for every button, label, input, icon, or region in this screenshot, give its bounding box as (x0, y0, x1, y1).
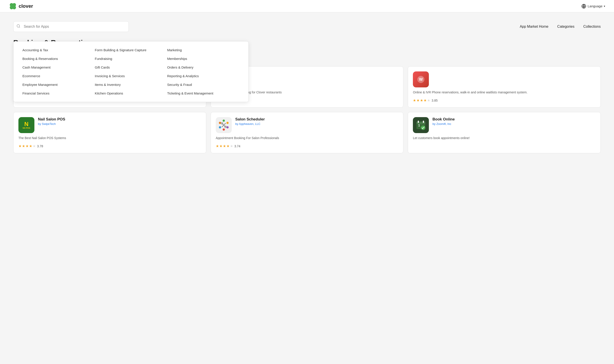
dropdown-item-cash[interactable]: Cash Management (22, 65, 95, 69)
svg-point-24 (219, 126, 221, 129)
search-icon (16, 24, 20, 29)
svg-point-9 (17, 25, 20, 27)
dropdown-item-security[interactable]: Security & Fraud (167, 83, 240, 87)
rating-num-salon-scheduler: 3.74 (234, 144, 240, 148)
dropdown-item-memberships[interactable]: Memberships (167, 57, 240, 61)
dropdown-item-ticketing[interactable]: Ticketing & Event Management (167, 91, 240, 95)
app-info-book-online: Book Online by Zoomifi, Inc (432, 117, 596, 126)
dropdown-item-items-inventory[interactable]: Items & Inventory (95, 83, 167, 87)
star-3: ★ (420, 98, 423, 103)
star-5: ★ (33, 144, 36, 148)
star-2: ★ (219, 144, 222, 148)
dropdown-item-reporting[interactable]: Reporting & Analytics (167, 74, 240, 78)
star-2: ★ (22, 144, 25, 148)
dropdown-item-form-building[interactable]: Form Building & Signature Capture (95, 48, 167, 52)
ns-pos-text: NS POS (23, 127, 30, 129)
svg-text:1: 1 (418, 124, 420, 127)
svg-point-22 (227, 126, 229, 129)
rating-num-nail-salon: 3.78 (37, 144, 43, 148)
dropdown-item-ecommerce[interactable]: Ecommerce (22, 74, 95, 78)
app-card-nail-salon[interactable]: N NS POS Nail Salon POS by SwipeTech The… (13, 112, 206, 153)
header: clover Language ▾ (0, 0, 614, 13)
ns-letter: N (25, 121, 29, 127)
app-desc-salon-scheduler: Appointment Booking For Salon Profession… (216, 136, 399, 140)
star-1: ★ (413, 98, 416, 103)
dropdown-item-booking[interactable]: Booking & Reservations (22, 57, 95, 61)
salon-scheduler-logo-svg (217, 118, 230, 132)
star-4: ★ (29, 144, 32, 148)
dropdown-col-1: Accounting & Tax Booking & Reservations … (22, 48, 95, 95)
main-content: App Market Home Categories Collections A… (0, 13, 614, 162)
rating-num-waitlist: 3.85 (431, 99, 438, 102)
dropdown-item-financial[interactable]: Financial Services (22, 91, 95, 95)
star-4: ★ (227, 144, 229, 148)
svg-point-21 (227, 122, 229, 124)
search-input[interactable] (13, 21, 129, 32)
clover-logo[interactable]: clover (9, 2, 33, 10)
app-logo-nail-salon: N NS POS (18, 117, 34, 133)
app-desc-book-online: Let customers book appointments online! (413, 136, 596, 140)
star-3: ★ (26, 144, 29, 148)
svg-point-23 (223, 129, 225, 131)
search-nav-row: App Market Home Categories Collections (13, 21, 601, 32)
app-name-book-online: Book Online (432, 117, 596, 122)
app-rating-waitlist: ★ ★ ★ ★ ★ 3.85 (413, 98, 596, 103)
app-card-waitlist[interactable]: W Online & IVR Phone reservations, walk-… (408, 66, 601, 108)
app-author-nail-salon: by SwipeTech (38, 122, 201, 126)
star-5: ★ (427, 98, 430, 103)
app-logo-salon-scheduler (216, 117, 232, 133)
svg-point-25 (219, 122, 221, 124)
clover-icon (9, 2, 17, 10)
chevron-down-icon: ▾ (604, 5, 605, 8)
svg-point-4 (12, 5, 14, 7)
dropdown-item-invoicing[interactable]: Invoicing & Services (95, 74, 167, 78)
stars-salon-scheduler: ★ ★ ★ ★ ★ (216, 144, 233, 148)
star-4: ★ (424, 98, 427, 103)
nav-app-market-home[interactable]: App Market Home (520, 25, 548, 29)
book-online-logo-svg: 1 (414, 118, 427, 132)
dropdown-item-fundraising[interactable]: Fundraising (95, 57, 167, 61)
app-card-salon-scheduler[interactable]: Salon Scheduler by Appheaven, LLC Appoin… (211, 112, 403, 153)
app-author-salon-scheduler: by Appheaven, LLC (235, 122, 399, 126)
dropdown-item-orders[interactable]: Orders & Delivery (167, 65, 240, 69)
app-logo-book-online: 1 (413, 117, 429, 133)
categories-dropdown: Accounting & Tax Booking & Reservations … (13, 41, 249, 102)
star-2: ★ (416, 98, 420, 103)
app-rating-nail-salon: ★ ★ ★ ★ ★ 3.78 (18, 144, 201, 148)
nav-collections[interactable]: Collections (583, 25, 601, 29)
language-selector[interactable]: Language ▾ (581, 4, 605, 9)
star-1: ★ (216, 144, 219, 148)
stars-waitlist: ★ ★ ★ ★ ★ (413, 98, 430, 103)
search-container (13, 21, 129, 32)
apps-row-2: N NS POS Nail Salon POS by SwipeTech The… (13, 112, 601, 153)
dropdown-item-accounting[interactable]: Accounting & Tax (22, 48, 95, 52)
dropdown-col-2: Form Building & Signature Capture Fundra… (95, 48, 167, 95)
waitlist-logo-svg: W (416, 75, 425, 84)
svg-line-10 (19, 27, 20, 27)
app-card-book-online[interactable]: 1 Book Online by Zoomifi, Inc Let custom… (408, 112, 601, 153)
nav-categories[interactable]: Categories (557, 25, 574, 29)
ns-pos-logo: N NS POS (18, 117, 34, 133)
stars-nail-salon: ★ ★ ★ ★ ★ (18, 144, 36, 148)
app-rating-salon-scheduler: ★ ★ ★ ★ ★ 3.74 (216, 144, 399, 148)
clover-brand-name: clover (19, 3, 33, 9)
svg-rect-29 (418, 121, 419, 123)
dropdown-item-kitchen[interactable]: Kitchen Operations (95, 91, 167, 95)
star-1: ★ (18, 144, 22, 148)
dropdown-item-marketing[interactable]: Marketing (167, 48, 240, 52)
svg-rect-30 (423, 121, 424, 123)
dropdown-col-3: Marketing Memberships Orders & Delivery … (167, 48, 240, 95)
app-desc-waitlist: Online & IVR Phone reservations, walk-in… (413, 90, 596, 95)
star-5: ★ (230, 144, 233, 148)
app-name-nail-salon: Nail Salon POS (38, 117, 201, 122)
globe-icon (581, 4, 586, 9)
app-desc-nail-salon: The Best Nail Salon POS Systems (18, 136, 201, 140)
app-info-nail-salon: Nail Salon POS by SwipeTech (38, 117, 201, 126)
dropdown-item-employee[interactable]: Employee Management (22, 83, 95, 87)
app-logo-waitlist: W (413, 71, 429, 87)
app-name-salon-scheduler: Salon Scheduler (235, 117, 399, 122)
nav-links: App Market Home Categories Collections (520, 25, 601, 29)
svg-point-20 (223, 119, 225, 122)
svg-text:W: W (419, 77, 423, 82)
dropdown-item-gift-cards[interactable]: Gift Cards (95, 65, 167, 69)
